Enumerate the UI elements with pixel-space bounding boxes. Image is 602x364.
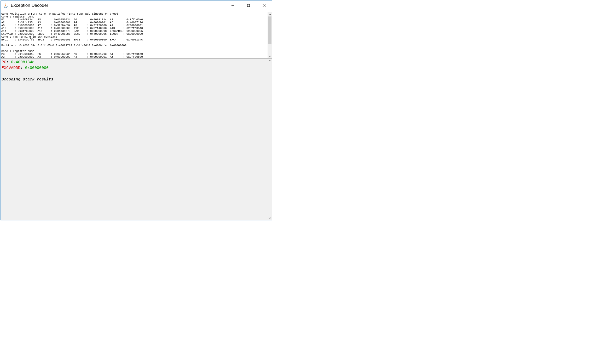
- scroll-thumb[interactable]: [268, 16, 271, 44]
- pc-value: 0x4008134c: [11, 60, 34, 64]
- decoding-status: Decoding stack results: [2, 77, 53, 82]
- chevron-down-icon: [269, 55, 271, 57]
- excvaddr-value: 0x00000000: [25, 66, 49, 70]
- minimize-button[interactable]: [225, 1, 241, 10]
- window-title: Exception Decoder: [11, 3, 48, 8]
- scroll-up-button[interactable]: [268, 12, 272, 16]
- decoded-results-pane: PC: 0x4008134c EXCVADDR: 0x00000000 Deco…: [1, 58, 272, 220]
- register-dump-text[interactable]: Guru Meditation Error: Core 0 panic'ed (…: [1, 12, 268, 58]
- content-area: Guru Meditation Error: Core 0 panic'ed (…: [1, 12, 272, 220]
- scroll-track[interactable]: [268, 63, 272, 216]
- bottom-scrollbar[interactable]: [268, 58, 272, 220]
- chevron-up-icon: [269, 13, 271, 16]
- minimize-icon: [231, 4, 234, 7]
- exception-decoder-window: Exception Decoder Guru Meditation Error:…: [1, 1, 272, 220]
- excvaddr-colon: :: [20, 66, 25, 70]
- scroll-up-button[interactable]: [268, 58, 272, 63]
- window-controls: [225, 1, 272, 10]
- svg-rect-1: [247, 4, 250, 7]
- chevron-down-icon: [269, 217, 271, 219]
- pc-label: PC: [2, 60, 6, 64]
- maximize-button[interactable]: [241, 1, 256, 10]
- scroll-down-button[interactable]: [268, 54, 272, 58]
- titlebar-left: Exception Decoder: [3, 3, 48, 8]
- excvaddr-label: EXCVADDR: [2, 66, 20, 70]
- scroll-down-button[interactable]: [268, 216, 272, 220]
- maximize-icon: [247, 4, 250, 7]
- pc-colon: :: [6, 60, 11, 64]
- java-icon: [3, 3, 9, 8]
- titlebar: Exception Decoder: [1, 1, 272, 10]
- decoded-results-text[interactable]: PC: 0x4008134c EXCVADDR: 0x00000000 Deco…: [1, 58, 268, 220]
- top-scrollbar[interactable]: [268, 12, 272, 58]
- scroll-track[interactable]: [268, 16, 272, 54]
- register-dump-pane: Guru Meditation Error: Core 0 panic'ed (…: [1, 12, 272, 58]
- close-icon: [263, 4, 266, 7]
- close-button[interactable]: [256, 1, 272, 10]
- chevron-up-icon: [269, 60, 271, 62]
